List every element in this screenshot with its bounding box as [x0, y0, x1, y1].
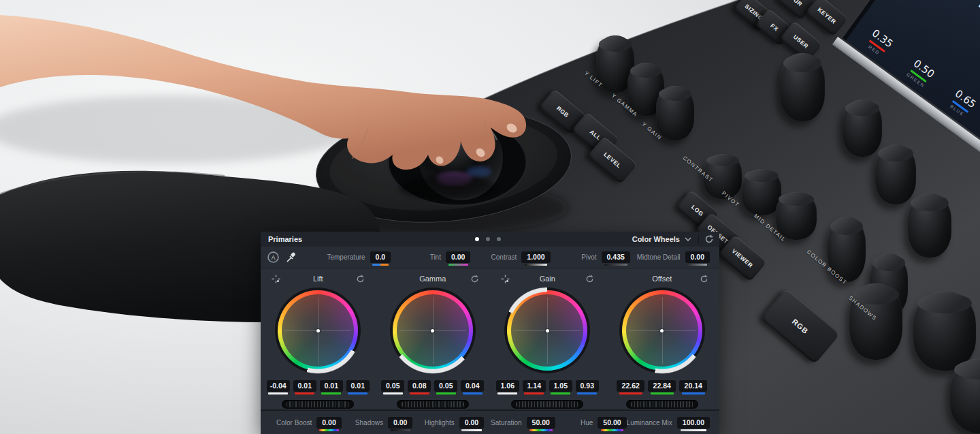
shadows-value[interactable]: 0.00 [388, 417, 412, 429]
knob-edge-2 [875, 144, 916, 204]
lift-master-wheel[interactable] [282, 400, 354, 409]
primaries-panel: Primaries Color Wheels A [261, 232, 719, 434]
adjustment-temperature: Temperature 0.0 [311, 251, 391, 263]
gamma-blue-value[interactable]: 0.04 [461, 380, 484, 392]
wheel-label: Lift [280, 275, 356, 283]
gain-master-wheel[interactable] [511, 400, 583, 409]
display-pager-dots: · · [948, 3, 980, 71]
page-dot [497, 237, 501, 241]
page-dots[interactable] [475, 237, 501, 241]
color-wheels-row: Lift -0.04 0.01 0.01 0.01 Ga [261, 268, 719, 409]
crosshair-icon[interactable] [272, 275, 280, 283]
lift-blue-value[interactable]: 0.01 [346, 380, 370, 392]
luminance-mix-value[interactable]: 100.00 [677, 417, 710, 429]
white-balance-picker-icon[interactable] [286, 252, 297, 263]
knob-right-top [780, 53, 825, 121]
wheel-indicator-arc [389, 286, 477, 375]
knob-bottom-2 [913, 292, 976, 371]
wheel-indicator-arc [618, 286, 706, 375]
mode-dropdown[interactable]: Color Wheels [632, 234, 693, 244]
lift-master-value[interactable]: -0.04 [267, 380, 290, 392]
chevron-down-icon [683, 234, 693, 244]
panel-header: Primaries Color Wheels [261, 232, 719, 247]
gamma-red-value[interactable]: 0.08 [408, 380, 431, 392]
color-wheel-offset[interactable] [618, 286, 706, 375]
color-boost-value[interactable]: 0.00 [316, 417, 341, 429]
footer-highlights: Highlights 0.00 [412, 417, 484, 429]
saturation-value[interactable]: 50.00 [527, 417, 555, 429]
wheel-column-offset: Offset 22.62 22.84 20.14 [605, 273, 720, 409]
pivot-value[interactable]: 0.435 [602, 251, 630, 263]
adjustments-toolbar: A Temperature 0.0 Tint 0.00 Contrast 1.0… [261, 247, 719, 268]
reset-icon[interactable] [585, 275, 594, 283]
knob-edge-1 [843, 99, 882, 157]
wheel-column-gamma: Gamma 0.05 0.08 0.05 0.04 [376, 273, 491, 409]
contrast-value[interactable]: 1.000 [521, 251, 550, 263]
page-dot-active [475, 237, 479, 241]
midtone-detail-value[interactable]: 0.00 [685, 251, 710, 263]
offset-green-value[interactable]: 22.84 [648, 380, 676, 392]
wheel-label: Offset [625, 275, 700, 283]
adjustment-pivot: Pivot 0.435 [551, 251, 630, 263]
divider [698, 234, 699, 244]
footer-saturation: Saturation 50.00 [484, 417, 555, 429]
gain-red-value[interactable]: 1.14 [523, 380, 546, 392]
knob-edge-3 [908, 193, 951, 258]
gain-master-value[interactable]: 1.06 [496, 380, 519, 392]
reset-icon[interactable] [470, 275, 479, 283]
knob-y-gain [656, 86, 694, 140]
temperature-value[interactable]: 0.0 [370, 251, 391, 263]
finger-shadow [399, 176, 497, 200]
gamma-green-value[interactable]: 0.05 [434, 380, 457, 392]
gain-green-value[interactable]: 1.05 [549, 380, 572, 392]
wheel-column-gain: Gain 1.06 1.14 1.05 0.93 [490, 273, 605, 409]
tint-value[interactable]: 0.00 [446, 251, 470, 263]
knob-bottom-1 [849, 283, 902, 360]
footer-toolbar: Color Boost 0.00 Shadows 0.00 Highlights… [261, 409, 719, 434]
crosshair-icon[interactable] [501, 275, 510, 283]
footer-hue: Hue 50.00 [555, 417, 627, 429]
offset-master-wheel[interactable] [626, 400, 698, 409]
auto-balance-button[interactable]: A [267, 251, 279, 263]
footer-luminance-mix: Luminance Mix 100.00 [627, 417, 710, 429]
offset-blue-value[interactable]: 20.14 [679, 380, 707, 392]
color-wheel-gamma[interactable] [389, 286, 477, 375]
knob-mid-detail [776, 192, 817, 240]
wheel-label: Gamma [395, 275, 471, 283]
gamma-master-value[interactable]: 0.05 [381, 380, 404, 392]
page-dot [486, 237, 490, 241]
adjustment-contrast: Contrast 1.000 [470, 251, 550, 263]
adjustment-midtone-detail: Midtone Detail 0.00 [630, 251, 710, 263]
hue-value[interactable]: 50.00 [598, 417, 626, 429]
color-wheel-gain[interactable] [503, 286, 591, 375]
page-title: Primaries [268, 235, 302, 243]
gamma-master-wheel[interactable] [397, 400, 469, 409]
footer-shadows: Shadows 0.00 [342, 417, 413, 429]
footer-color-boost: Color Boost 0.00 [270, 417, 342, 429]
color-wheel-lift[interactable] [274, 286, 362, 375]
wheel-indicator-arc [274, 286, 362, 375]
highlights-value[interactable]: 0.00 [459, 417, 484, 429]
gain-blue-value[interactable]: 0.93 [576, 380, 599, 392]
reset-icon[interactable] [356, 275, 365, 283]
screenshot-stage: SHARPEN Radius · · 0.35 RED 0.50 GREEN 0… [0, 0, 980, 434]
offset-red-value[interactable]: 22.62 [617, 380, 644, 392]
wheel-label: Gain [510, 275, 585, 283]
reset-icon[interactable] [700, 275, 708, 283]
svg-text:A: A [272, 254, 276, 261]
lift-green-value[interactable]: 0.01 [320, 380, 343, 392]
panel-reset-icon[interactable] [704, 234, 714, 244]
adjustment-tint: Tint 0.00 [391, 251, 470, 263]
lift-red-value[interactable]: 0.01 [293, 380, 316, 392]
wheel-column-lift: Lift -0.04 0.01 0.01 0.01 [261, 273, 376, 409]
wheel-indicator-arc [503, 286, 591, 375]
